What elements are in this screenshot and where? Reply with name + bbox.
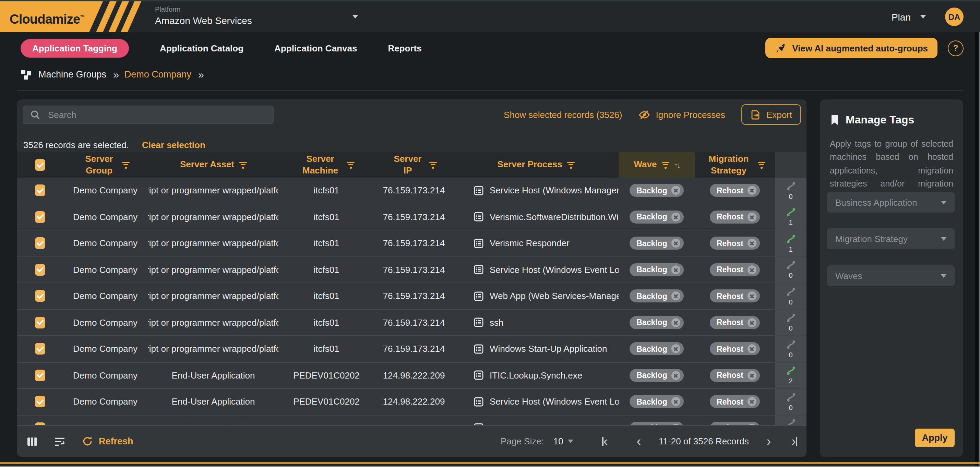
column-header-server-asset[interactable]: Server Asset xyxy=(148,152,278,178)
cell-connections[interactable]: 0 xyxy=(775,178,807,203)
remove-tag-icon[interactable] xyxy=(671,213,680,221)
cell-connections[interactable]: 2 xyxy=(775,362,807,388)
row-checkbox[interactable] xyxy=(35,211,45,223)
wrap-text-icon[interactable] xyxy=(54,437,65,446)
row-checkbox[interactable] xyxy=(35,396,45,408)
remove-tag-icon[interactable] xyxy=(748,213,756,221)
cell-connections[interactable]: 0 xyxy=(775,283,807,309)
cell-connections[interactable]: 1 xyxy=(775,204,807,230)
breadcrumb-current[interactable]: Demo Company xyxy=(124,69,191,79)
tab-application-tagging[interactable]: Application Tagging xyxy=(21,39,129,57)
search-box[interactable] xyxy=(22,105,274,124)
tab-reports[interactable]: Reports xyxy=(388,43,422,53)
cell-connections[interactable]: 1 xyxy=(775,230,807,256)
remove-tag-icon[interactable] xyxy=(671,292,680,301)
connections-icon xyxy=(786,392,796,402)
column-header-server-ip[interactable]: Server IP xyxy=(374,152,453,178)
dropdown-placeholder: Business Application xyxy=(835,197,917,207)
scrollbar-track[interactable] xyxy=(975,32,980,465)
plan-caret-icon[interactable] xyxy=(920,15,926,19)
cell-connections[interactable]: 0 xyxy=(775,389,807,415)
page-size-select[interactable]: 10 xyxy=(554,436,574,446)
clear-selection-link[interactable]: Clear selection xyxy=(142,140,205,150)
remove-tag-icon[interactable] xyxy=(748,371,756,380)
tab-application-canvas[interactable]: Application Canvas xyxy=(274,43,357,53)
filter-icon[interactable] xyxy=(662,162,669,168)
search-input[interactable] xyxy=(47,109,266,120)
cell-connections[interactable]: 0 xyxy=(775,310,807,335)
cell-connections[interactable]: 0 xyxy=(775,257,807,283)
remove-tag-icon[interactable] xyxy=(671,186,680,195)
show-selected-records-link[interactable]: Show selected records (3526) xyxy=(504,110,622,120)
column-header-server-machine[interactable]: Server Machine xyxy=(278,152,374,178)
dropdown-placeholder: Migration Strategy xyxy=(835,234,908,244)
remove-tag-icon[interactable] xyxy=(671,239,680,248)
column-header-migration-strategy[interactable]: Migration Strategy xyxy=(695,152,775,178)
tab-application-catalog[interactable]: Application Catalog xyxy=(160,43,243,53)
column-header-wave[interactable]: Wave ↑↓ xyxy=(619,152,695,178)
table-row[interactable]: Demo Company Script or programmer wrappe… xyxy=(17,336,807,362)
filter-icon[interactable] xyxy=(122,162,129,168)
table-row[interactable]: Demo Company Script or programmer wrappe… xyxy=(17,283,807,310)
ignore-processes-button[interactable]: Ignore Processes xyxy=(639,110,725,120)
filter-icon[interactable] xyxy=(239,162,247,168)
migration-strategy-dropdown[interactable]: Migration Strategy xyxy=(827,228,955,249)
table-row[interactable]: Demo Company End-User Application PEDEV0… xyxy=(17,415,807,425)
remove-tag-icon[interactable] xyxy=(748,292,756,301)
remove-tag-icon[interactable] xyxy=(671,345,680,354)
row-checkbox[interactable] xyxy=(35,370,45,381)
last-page-button[interactable]: › xyxy=(791,435,797,448)
row-checkbox[interactable] xyxy=(35,185,45,197)
remove-tag-icon[interactable] xyxy=(671,371,680,380)
export-button[interactable]: Export xyxy=(742,104,801,125)
help-icon[interactable]: ? xyxy=(948,40,964,56)
select-all-checkbox[interactable] xyxy=(35,159,45,171)
remove-tag-icon[interactable] xyxy=(748,186,756,195)
breadcrumb-root[interactable]: Machine Groups xyxy=(38,69,106,79)
table-row[interactable]: Demo Company Script or programmer wrappe… xyxy=(17,257,807,283)
row-checkbox[interactable] xyxy=(35,264,45,276)
refresh-label: Refresh xyxy=(99,436,134,446)
waves-dropdown[interactable]: Waves xyxy=(827,265,955,286)
previous-page-button[interactable]: ‹ xyxy=(636,435,641,448)
sort-icon[interactable]: ↑↓ xyxy=(674,160,679,170)
table-row[interactable]: Demo Company Script or programmer wrappe… xyxy=(17,310,807,336)
table-row[interactable]: Demo Company Script or programmer wrappe… xyxy=(17,204,807,230)
user-avatar[interactable]: DA xyxy=(945,8,964,26)
first-page-button[interactable]: ‹ xyxy=(603,435,608,448)
filter-icon[interactable] xyxy=(567,162,575,168)
filter-icon[interactable] xyxy=(347,162,355,168)
remove-tag-icon[interactable] xyxy=(671,265,680,274)
table-row[interactable]: Demo Company End-User Application PEDEV0… xyxy=(17,362,807,389)
filter-icon[interactable] xyxy=(429,162,436,168)
table-row[interactable]: Demo Company Script or programmer wrappe… xyxy=(17,178,807,204)
next-page-button[interactable]: › xyxy=(767,435,771,448)
columns-icon[interactable] xyxy=(27,437,38,446)
refresh-button[interactable]: Refresh xyxy=(82,435,134,447)
table-row[interactable]: Demo Company End-User Application PEDEV0… xyxy=(17,389,807,415)
row-checkbox[interactable] xyxy=(35,291,45,302)
remove-tag-icon[interactable] xyxy=(748,265,756,274)
row-checkbox[interactable] xyxy=(35,317,45,329)
table-row[interactable]: Demo Company Script or programmer wrappe… xyxy=(17,230,807,257)
platform-caret-icon[interactable] xyxy=(353,15,358,19)
platform-selector[interactable]: Platform Amazon Web Services xyxy=(155,5,252,26)
remove-tag-icon[interactable] xyxy=(748,345,756,354)
apply-button[interactable]: Apply xyxy=(915,429,955,447)
remove-tag-icon[interactable] xyxy=(671,318,680,327)
row-checkbox[interactable] xyxy=(35,238,45,249)
column-header-server-group[interactable]: Server Group xyxy=(62,152,148,178)
plan-menu[interactable]: Plan xyxy=(891,11,911,22)
row-checkbox[interactable] xyxy=(35,423,45,426)
remove-tag-icon[interactable] xyxy=(748,318,756,327)
business-application-dropdown[interactable]: Business Application xyxy=(827,192,955,213)
column-header-server-process[interactable]: Server Process xyxy=(453,152,619,178)
row-checkbox[interactable] xyxy=(35,343,45,355)
remove-tag-icon[interactable] xyxy=(748,239,756,248)
remove-tag-icon[interactable] xyxy=(748,397,756,406)
cell-connections[interactable]: 0 xyxy=(775,415,807,425)
cell-connections[interactable]: 0 xyxy=(775,336,807,362)
view-ai-auto-groups-button[interactable]: View AI augmented auto-groups xyxy=(765,38,937,58)
filter-icon[interactable] xyxy=(757,162,765,168)
remove-tag-icon[interactable] xyxy=(671,397,680,406)
